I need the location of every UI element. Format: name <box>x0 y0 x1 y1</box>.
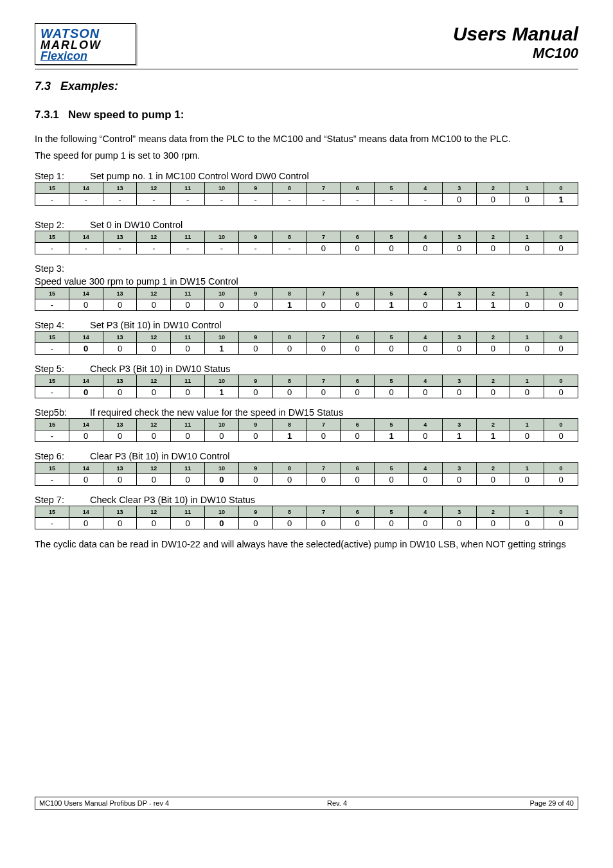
bit-header-cell: 14 <box>69 463 103 474</box>
bit-header-cell: 0 <box>544 231 578 243</box>
bit-value-cell: - <box>69 194 103 206</box>
bit-header-cell: 5 <box>375 463 409 474</box>
bit-value-cell: 0 <box>375 474 409 486</box>
bit-value-cell: 0 <box>341 430 375 442</box>
bit-header-cell: 8 <box>272 463 306 474</box>
bit-value-cell: 1 <box>205 343 239 355</box>
bit-value-cell: 0 <box>137 299 171 311</box>
bit-value-cell: 0 <box>238 474 272 486</box>
section-heading: 7.3 Examples: <box>35 80 578 93</box>
step-label: Step 5: <box>35 364 90 374</box>
bit-header-cell: 15 <box>35 182 69 194</box>
bit-value-cell: - <box>35 387 69 398</box>
bit-value-cell: - <box>205 194 239 206</box>
bit-header-cell: 7 <box>306 332 341 343</box>
bit-value-cell: - <box>408 194 442 206</box>
bit-header-cell: 8 <box>272 375 306 387</box>
bit-value-cell: - <box>35 343 69 355</box>
bit-value-cell: 1 <box>442 430 476 442</box>
bit-header-cell: 11 <box>171 182 205 194</box>
bit-value-cell: 0 <box>205 299 239 311</box>
bit-value-cell: 0 <box>171 387 205 398</box>
bit-header-cell: 9 <box>238 506 272 518</box>
bit-header-cell: 15 <box>35 332 69 343</box>
bit-header-cell: 15 <box>35 288 69 299</box>
bit-header-cell: 4 <box>408 332 442 343</box>
bit-value-cell: 0 <box>544 343 578 355</box>
bit-header-cell: 5 <box>375 288 409 299</box>
bit-header-cell: 10 <box>205 463 239 474</box>
bit-value-cell: 0 <box>341 387 375 398</box>
bit-value-cell: 0 <box>341 518 375 529</box>
bit-header-cell: 12 <box>137 231 171 243</box>
bit-header-cell: 4 <box>408 463 442 474</box>
bit-header-cell: 15 <box>35 375 69 387</box>
bit-value-cell: 0 <box>238 387 272 398</box>
bit-header-cell: 0 <box>544 419 578 430</box>
bit-value-cell: 0 <box>408 343 442 355</box>
bit-header-cell: 5 <box>375 506 409 518</box>
bit-table: 1514131211109876543210------------0001 <box>35 182 578 206</box>
bit-value-cell: 0 <box>408 387 442 398</box>
bit-value-cell: - <box>35 518 69 529</box>
bit-value-cell: 0 <box>544 243 578 254</box>
bit-value-cell: 0 <box>103 430 137 442</box>
bit-value-cell: 0 <box>103 387 137 398</box>
bit-value-cell: 0 <box>341 299 375 311</box>
bit-header-cell: 14 <box>69 506 103 518</box>
bit-header-cell: 10 <box>205 332 239 343</box>
bit-value-cell: 0 <box>341 474 375 486</box>
bit-header-cell: 0 <box>544 506 578 518</box>
bit-value-cell: 0 <box>171 299 205 311</box>
bit-value-cell: 0 <box>408 430 442 442</box>
bit-value-cell: 0 <box>375 387 409 398</box>
bit-header-cell: 7 <box>306 419 341 430</box>
bit-value-cell: 1 <box>205 387 239 398</box>
bit-header-cell: 7 <box>306 182 341 194</box>
bit-header-cell: 14 <box>69 288 103 299</box>
bit-header-cell: 12 <box>137 506 171 518</box>
bit-value-cell: 0 <box>69 474 103 486</box>
subsection-title: New speed to pump 1: <box>68 109 184 121</box>
bit-header-cell: 15 <box>35 419 69 430</box>
bit-header-cell: 14 <box>69 419 103 430</box>
bit-header-cell: 1 <box>510 182 544 194</box>
bit-value-cell: 1 <box>375 430 409 442</box>
bit-header-cell: 5 <box>375 419 409 430</box>
bit-value-cell: 0 <box>544 474 578 486</box>
footer-left: MC100 Users Manual Profibus DP - rev 4 <box>35 797 257 809</box>
bit-value-cell: 0 <box>306 387 341 398</box>
bit-header-cell: 11 <box>171 506 205 518</box>
bit-header-cell: 8 <box>272 182 306 194</box>
bit-header-cell: 13 <box>103 231 137 243</box>
bit-value-cell: 0 <box>103 299 137 311</box>
bit-table: 1514131211109876543210-000000100101100 <box>35 287 578 311</box>
bit-value-cell: 0 <box>103 343 137 355</box>
title-main: Users Manual <box>453 23 578 45</box>
bit-value-cell: - <box>69 243 103 254</box>
subsection-heading: 7.3.1 New speed to pump 1: <box>35 109 578 121</box>
bit-value-cell: 0 <box>510 387 544 398</box>
bit-value-cell: 0 <box>272 387 306 398</box>
bit-value-cell: 0 <box>510 474 544 486</box>
bit-header-cell: 6 <box>341 375 375 387</box>
bit-header-cell: 2 <box>476 375 510 387</box>
section-number: 7.3 <box>35 80 51 93</box>
section-title: Examples: <box>60 80 118 93</box>
bit-value-cell: - <box>238 243 272 254</box>
bit-header-cell: 13 <box>103 288 137 299</box>
step-label: Step 4: <box>35 320 90 330</box>
bit-header-cell: 2 <box>476 419 510 430</box>
bit-header-cell: 3 <box>442 332 476 343</box>
bit-header-cell: 9 <box>238 182 272 194</box>
bit-value-cell: - <box>171 194 205 206</box>
bit-header-cell: 6 <box>341 182 375 194</box>
step-caption: Step5b:If required check the new value f… <box>35 407 578 418</box>
bit-value-cell: 0 <box>341 343 375 355</box>
bit-header-cell: 6 <box>341 332 375 343</box>
bit-header-cell: 0 <box>544 463 578 474</box>
bit-header-cell: 10 <box>205 375 239 387</box>
bit-value-cell: 0 <box>238 518 272 529</box>
bit-value-cell: 0 <box>103 518 137 529</box>
bit-header-cell: 5 <box>375 332 409 343</box>
